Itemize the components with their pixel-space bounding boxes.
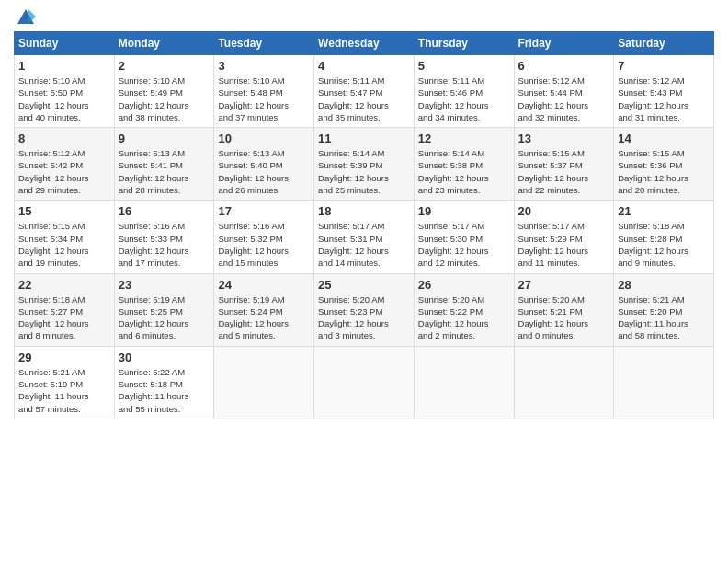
day-info: Sunrise: 5:20 AM Sunset: 5:21 PM Dayligh…: [518, 293, 610, 342]
calendar-cell: 16Sunrise: 5:16 AM Sunset: 5:33 PM Dayli…: [114, 201, 214, 273]
day-number: 9: [119, 132, 210, 145]
day-number: 7: [618, 59, 710, 73]
day-number: 8: [18, 132, 110, 145]
day-number: 19: [418, 204, 510, 218]
day-header-tuesday: Tuesday: [214, 32, 314, 55]
day-number: 23: [119, 278, 210, 292]
day-number: 10: [218, 132, 310, 145]
day-info: Sunrise: 5:15 AM Sunset: 5:34 PM Dayligh…: [18, 220, 110, 269]
day-info: Sunrise: 5:15 AM Sunset: 5:36 PM Dayligh…: [618, 147, 710, 196]
calendar-table: SundayMondayTuesdayWednesdayThursdayFrid…: [14, 31, 714, 419]
day-number: 18: [318, 204, 410, 218]
calendar-cell: 6Sunrise: 5:12 AM Sunset: 5:44 PM Daylig…: [514, 55, 614, 128]
day-info: Sunrise: 5:12 AM Sunset: 5:44 PM Dayligh…: [518, 75, 610, 123]
calendar-cell: 4Sunrise: 5:11 AM Sunset: 5:47 PM Daylig…: [314, 55, 415, 128]
calendar-cell: 9Sunrise: 5:13 AM Sunset: 5:41 PM Daylig…: [114, 128, 214, 201]
day-info: Sunrise: 5:16 AM Sunset: 5:32 PM Dayligh…: [218, 220, 310, 269]
day-number: 17: [218, 204, 310, 218]
calendar-cell: 7Sunrise: 5:12 AM Sunset: 5:43 PM Daylig…: [614, 55, 714, 128]
calendar-header-row: SundayMondayTuesdayWednesdayThursdayFrid…: [15, 32, 714, 55]
day-info: Sunrise: 5:12 AM Sunset: 5:43 PM Dayligh…: [618, 75, 710, 123]
header: [14, 9, 714, 24]
calendar-cell: 8Sunrise: 5:12 AM Sunset: 5:42 PM Daylig…: [15, 128, 115, 201]
calendar-week-5: 29Sunrise: 5:21 AM Sunset: 5:19 PM Dayli…: [15, 346, 714, 419]
calendar-cell: 28Sunrise: 5:21 AM Sunset: 5:20 PM Dayli…: [614, 273, 714, 346]
day-number: 16: [119, 204, 210, 218]
day-number: 22: [18, 278, 110, 292]
calendar-cell: 17Sunrise: 5:16 AM Sunset: 5:32 PM Dayli…: [214, 201, 314, 273]
calendar-cell: 19Sunrise: 5:17 AM Sunset: 5:30 PM Dayli…: [414, 201, 514, 273]
calendar-cell: 11Sunrise: 5:14 AM Sunset: 5:39 PM Dayli…: [314, 128, 415, 201]
logo: [14, 9, 36, 24]
day-info: Sunrise: 5:17 AM Sunset: 5:31 PM Dayligh…: [318, 220, 410, 269]
calendar-cell: 3Sunrise: 5:10 AM Sunset: 5:48 PM Daylig…: [214, 55, 314, 128]
calendar-cell: [614, 346, 714, 419]
day-info: Sunrise: 5:11 AM Sunset: 5:46 PM Dayligh…: [418, 75, 510, 123]
day-info: Sunrise: 5:18 AM Sunset: 5:27 PM Dayligh…: [18, 293, 110, 342]
day-number: 12: [418, 132, 510, 145]
day-header-monday: Monday: [114, 32, 214, 55]
main-container: SundayMondayTuesdayWednesdayThursdayFrid…: [0, 0, 728, 429]
day-number: 1: [18, 59, 110, 73]
day-number: 20: [518, 204, 610, 218]
day-number: 15: [18, 204, 110, 218]
calendar-cell: 20Sunrise: 5:17 AM Sunset: 5:29 PM Dayli…: [514, 201, 614, 273]
day-info: Sunrise: 5:14 AM Sunset: 5:39 PM Dayligh…: [318, 147, 410, 196]
day-number: 25: [318, 278, 410, 292]
calendar-cell: 15Sunrise: 5:15 AM Sunset: 5:34 PM Dayli…: [15, 201, 115, 273]
day-info: Sunrise: 5:11 AM Sunset: 5:47 PM Dayligh…: [318, 75, 410, 123]
calendar-cell: 21Sunrise: 5:18 AM Sunset: 5:28 PM Dayli…: [614, 201, 714, 273]
day-info: Sunrise: 5:21 AM Sunset: 5:19 PM Dayligh…: [18, 366, 110, 415]
day-number: 24: [218, 278, 310, 292]
day-number: 29: [18, 350, 110, 364]
calendar-week-3: 15Sunrise: 5:15 AM Sunset: 5:34 PM Dayli…: [15, 201, 714, 273]
calendar-week-4: 22Sunrise: 5:18 AM Sunset: 5:27 PM Dayli…: [15, 273, 714, 346]
day-number: 4: [318, 59, 410, 73]
calendar-week-1: 1Sunrise: 5:10 AM Sunset: 5:50 PM Daylig…: [15, 55, 714, 128]
day-number: 14: [618, 132, 710, 145]
calendar-cell: 18Sunrise: 5:17 AM Sunset: 5:31 PM Dayli…: [314, 201, 415, 273]
calendar-week-2: 8Sunrise: 5:12 AM Sunset: 5:42 PM Daylig…: [15, 128, 714, 201]
calendar-cell: 30Sunrise: 5:22 AM Sunset: 5:18 PM Dayli…: [114, 346, 214, 419]
calendar-cell: 26Sunrise: 5:20 AM Sunset: 5:22 PM Dayli…: [414, 273, 514, 346]
day-header-thursday: Thursday: [414, 32, 514, 55]
day-info: Sunrise: 5:17 AM Sunset: 5:29 PM Dayligh…: [518, 220, 610, 269]
day-number: 28: [618, 278, 710, 292]
day-info: Sunrise: 5:13 AM Sunset: 5:41 PM Dayligh…: [119, 147, 210, 196]
calendar-cell: 5Sunrise: 5:11 AM Sunset: 5:46 PM Daylig…: [414, 55, 514, 128]
calendar-cell: 14Sunrise: 5:15 AM Sunset: 5:36 PM Dayli…: [614, 128, 714, 201]
day-header-friday: Friday: [514, 32, 614, 55]
calendar-cell: 22Sunrise: 5:18 AM Sunset: 5:27 PM Dayli…: [15, 273, 115, 346]
day-info: Sunrise: 5:10 AM Sunset: 5:49 PM Dayligh…: [119, 75, 210, 123]
calendar-cell: 27Sunrise: 5:20 AM Sunset: 5:21 PM Dayli…: [514, 273, 614, 346]
day-header-sunday: Sunday: [15, 32, 115, 55]
calendar-cell: [314, 346, 415, 419]
day-info: Sunrise: 5:18 AM Sunset: 5:28 PM Dayligh…: [618, 220, 710, 269]
calendar-cell: 23Sunrise: 5:19 AM Sunset: 5:25 PM Dayli…: [114, 273, 214, 346]
day-number: 6: [518, 59, 610, 73]
calendar-cell: 12Sunrise: 5:14 AM Sunset: 5:38 PM Dayli…: [414, 128, 514, 201]
day-info: Sunrise: 5:21 AM Sunset: 5:20 PM Dayligh…: [618, 293, 710, 342]
calendar-cell: [214, 346, 314, 419]
day-info: Sunrise: 5:13 AM Sunset: 5:40 PM Dayligh…: [218, 147, 310, 196]
calendar-cell: 2Sunrise: 5:10 AM Sunset: 5:49 PM Daylig…: [114, 55, 214, 128]
day-info: Sunrise: 5:19 AM Sunset: 5:24 PM Dayligh…: [218, 293, 310, 342]
day-number: 13: [518, 132, 610, 145]
day-number: 3: [218, 59, 310, 73]
day-info: Sunrise: 5:15 AM Sunset: 5:37 PM Dayligh…: [518, 147, 610, 196]
day-number: 11: [318, 132, 410, 145]
calendar-cell: 10Sunrise: 5:13 AM Sunset: 5:40 PM Dayli…: [214, 128, 314, 201]
logo-icon: [16, 7, 36, 28]
day-info: Sunrise: 5:22 AM Sunset: 5:18 PM Dayligh…: [119, 366, 210, 415]
calendar-cell: [514, 346, 614, 419]
calendar-cell: 29Sunrise: 5:21 AM Sunset: 5:19 PM Dayli…: [15, 346, 115, 419]
day-header-wednesday: Wednesday: [314, 32, 415, 55]
calendar-cell: 13Sunrise: 5:15 AM Sunset: 5:37 PM Dayli…: [514, 128, 614, 201]
day-info: Sunrise: 5:10 AM Sunset: 5:50 PM Dayligh…: [18, 75, 110, 123]
day-number: 2: [119, 59, 210, 73]
day-header-saturday: Saturday: [614, 32, 714, 55]
day-number: 30: [119, 350, 210, 364]
day-number: 5: [418, 59, 510, 73]
day-info: Sunrise: 5:14 AM Sunset: 5:38 PM Dayligh…: [418, 147, 510, 196]
calendar-cell: [414, 346, 514, 419]
